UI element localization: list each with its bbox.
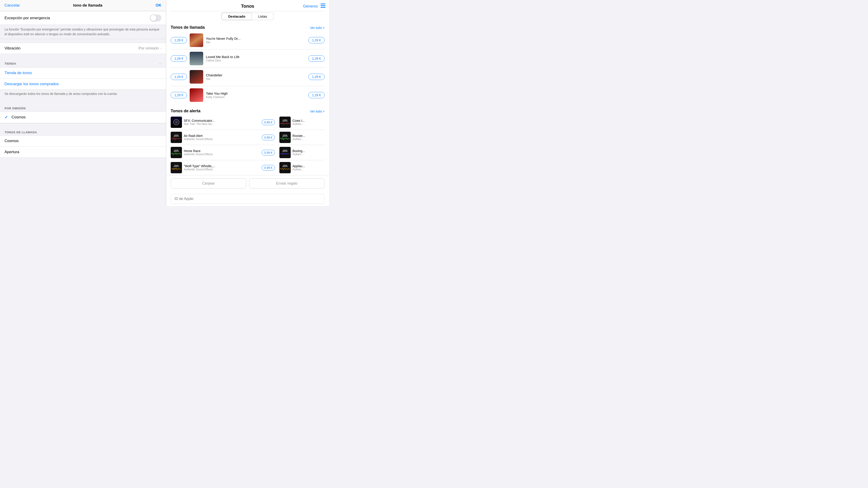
alert-artist-4: Authentic Sound Effects (184, 168, 260, 171)
apertura-ringtone-label: Apertura (4, 150, 161, 154)
alert-info-r2: Rooste... Authen... (292, 134, 324, 141)
alert-price-button-2[interactable]: 0,99 € (262, 135, 275, 140)
right-panel: Tonos Géneros Destacado Listas Tonos de … (166, 0, 329, 206)
emergencia-row: Excepción por emergencia (0, 11, 166, 25)
descargar-description: Se descargarán todos los tonos de llamad… (4, 92, 117, 96)
price-button-right-3[interactable]: 1,29 € (308, 74, 324, 80)
ringtone-info-1: You're Never Fully Dr... Sia (206, 37, 308, 44)
alert-item-right: SOUNDEFFECTS Rooste... Authen... (279, 130, 324, 145)
page-title: tono de llamada (73, 3, 102, 8)
ringtone-artist-1: Sia (206, 40, 308, 44)
descargar-link[interactable]: Descargar los tonos comprados (0, 78, 166, 90)
tienda-header: TIENDA ·· (0, 59, 166, 67)
alert-art-r2: SOUNDEFFECTS (279, 132, 291, 143)
cosmos-ringtone-label: Cosmos (4, 139, 161, 143)
ringtone-artist-4: Kelly Clarkson (206, 95, 308, 99)
alert-artist-r2: Authen... (292, 138, 324, 141)
price-button-3[interactable]: 1,29 € (170, 74, 187, 80)
list-item[interactable]: Cosmos (0, 135, 166, 147)
cosmos-check-row[interactable]: ✓ Cosmos (0, 111, 166, 123)
ver-todo-alerta-button[interactable]: Ver todo > (310, 109, 324, 113)
generos-button[interactable]: Géneros (303, 4, 318, 8)
alert-artist-r1: Authen... (292, 123, 324, 126)
alert-info-r4: Applau... Authen... (292, 164, 324, 171)
alert-name-r1: Cows I... (292, 119, 324, 123)
alert-name-4: "Wolf-Type" Whistle,... (184, 164, 260, 168)
tab-bar: Destacado Listas (166, 11, 329, 23)
ringtone-artist-3: Sia (206, 77, 308, 80)
price-button-right-1[interactable]: 1,29 € (308, 37, 324, 43)
alert-price-button-3[interactable]: 0,99 € (262, 150, 275, 156)
apple-id-input[interactable] (170, 194, 324, 204)
top-bar: Cancelar tono de llamada OK (0, 0, 166, 11)
store-title: Tonos (170, 4, 324, 9)
alert-item: SOUNDEFFECTS Air Raid-Alert Authentic So… (170, 130, 275, 145)
alert-price-button-1[interactable]: 0,99 € (262, 120, 275, 125)
por-omision-label: POR OMISIÓN (4, 107, 26, 110)
alert-artist-r4: Authen... (292, 168, 324, 171)
alert-art-3: SOUNDEFFECTS (170, 147, 182, 158)
alert-tones-grid: SFX: Communicator... Star Trek: The Next… (166, 115, 329, 175)
tienda-tonos-link[interactable]: Tienda de tonos (0, 68, 166, 78)
tonos-llamada-store-title: Tonos de llamada (170, 25, 205, 30)
svg-point-5 (176, 122, 177, 123)
ringtone-info-3: Chandelier Sia (206, 73, 308, 80)
ringtone-name-1: You're Never Fully Dr... (206, 37, 308, 40)
alert-left-col: SFX: Communicator... Star Trek: The Next… (170, 115, 275, 175)
tonos-llamada-header: TONOS DE LLAMADA (0, 128, 166, 135)
alert-artist-2: Authentic Sound Effects (184, 138, 260, 141)
descargar-description-block: Se descargarán todos los tonos de llamad… (0, 90, 166, 99)
tonos-alerta-section-header: Tonos de alerta Ver todo > (170, 109, 324, 113)
emergencia-toggle[interactable] (150, 14, 161, 22)
album-art-2 (190, 52, 203, 65)
tab-listas[interactable]: Listas (252, 13, 274, 20)
ringtone-artist-2: Céline Dion (206, 59, 308, 62)
vibracion-chevron-icon: › (160, 46, 161, 51)
alert-name-r4: Applau... (292, 164, 324, 168)
album-art-4 (190, 88, 203, 102)
price-button-4[interactable]: 1,29 € (170, 92, 187, 98)
alert-artist-r3: Authen... (292, 153, 324, 156)
alert-info-r3: Booing... Authen... (292, 149, 324, 156)
alert-name-3: Horse Race (184, 149, 260, 153)
alert-artist-1: Star Trek: The Next Ge... (184, 123, 260, 126)
svg-rect-0 (320, 4, 326, 4)
cancel-button[interactable]: Cancelar (4, 3, 20, 8)
menu-icon[interactable] (320, 4, 326, 9)
left-panel: Cancelar tono de llamada OK Excepción po… (0, 0, 166, 206)
tienda-tonos-label: Tienda de tonos (4, 71, 32, 75)
alert-info-2: Air Raid-Alert Authentic Sound Effects (184, 134, 260, 141)
tienda-dots-icon: ·· (159, 61, 161, 66)
price-button-2[interactable]: 1,29 € (170, 55, 187, 62)
alert-item: SOUNDEFFECTS "Wolf-Type" Whistle,... Aut… (170, 160, 275, 175)
vibracion-value: Por omisión (138, 46, 159, 51)
tab-destacado[interactable]: Destacado (221, 13, 252, 20)
alert-art-r1: SOUNDEFFECTS (279, 117, 291, 128)
tienda-label: TIENDA (4, 62, 16, 65)
emergencia-description: La función "Excepción por emergencia" pe… (4, 28, 159, 36)
ok-button[interactable]: OK (156, 3, 162, 8)
alert-info-3: Horse Race Authentic Sound Effects (184, 149, 260, 156)
alert-price-button-4[interactable]: 0,99 € (262, 165, 275, 170)
price-button-right-2[interactable]: 1,29 € (308, 55, 324, 62)
ringtone-name-2: Loved Me Back to Life (206, 55, 308, 59)
canjear-button[interactable]: Canjear (170, 178, 246, 188)
tonos-alerta-store-section: Tonos de alerta Ver todo > (166, 106, 329, 115)
ringtone-list: 1,29 € You're Never Fully Dr... Sia 1,29… (166, 31, 329, 104)
ver-todo-llamada-button[interactable]: Ver todo > (310, 26, 324, 30)
vibracion-row[interactable]: Vibración Por omisión › (0, 43, 166, 54)
list-item[interactable]: Apertura (0, 147, 166, 158)
ringtone-name-4: Take You High (206, 92, 308, 95)
store-header: Tonos Géneros (166, 0, 329, 11)
tonos-llamada-section-header: Tonos de llamada Ver todo > (170, 25, 324, 30)
price-button-1[interactable]: 1,29 € (170, 37, 187, 43)
alert-art-4: SOUNDEFFECTS (170, 162, 182, 173)
enviar-regalo-button[interactable]: Enviar regalo (249, 178, 325, 188)
checkmark-icon: ✓ (4, 115, 8, 120)
alert-info-1: SFX: Communicator... Star Trek: The Next… (184, 119, 260, 126)
price-button-right-4[interactable]: 1,29 € (308, 92, 324, 98)
svg-rect-2 (320, 7, 326, 8)
tonos-alerta-store-title: Tonos de alerta (170, 109, 200, 113)
alert-item: SOUNDEFFECTS Horse Race Authentic Sound … (170, 145, 275, 160)
cosmos-check-label: Cosmos (11, 115, 26, 120)
